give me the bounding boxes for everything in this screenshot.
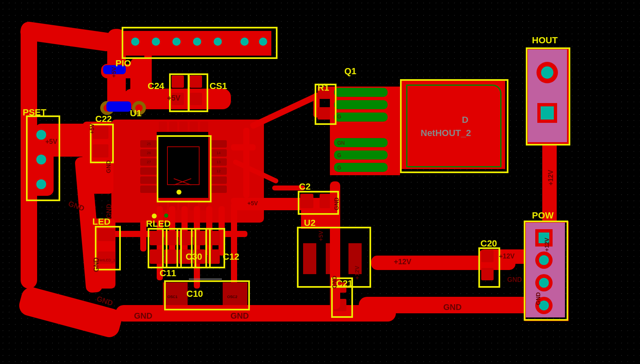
q1-pin [334,150,388,160]
pin-num: 13 [216,160,221,164]
via [164,214,168,218]
ic-side-pin [140,167,157,175]
silk-d [400,79,508,173]
net-5v: +5V [167,94,181,103]
net-12v: +12V [499,253,515,260]
ic-side-pin [210,176,227,184]
net-12v: +12V [394,258,412,266]
ic-side-pin [140,186,157,193]
net-5v: +5V [111,67,117,77]
net-gnd: GND [333,197,340,210]
pin-num: 12 [216,169,221,173]
label-c20: C20 [480,238,497,249]
via [176,190,181,195]
pin-num: 14 [216,151,221,155]
pset-pin[interactable] [32,175,50,193]
net-5v: +5V [89,124,95,134]
label-pio: PIO [115,58,131,69]
ic-side-pin [140,176,157,184]
pow-pin[interactable] [535,274,553,291]
pin-num: 26 [147,151,151,155]
net-gnd: GND [106,204,113,218]
label-u1: U1 [130,108,141,119]
label-c21: C21 [336,278,353,289]
q1-pin [334,88,388,97]
ic-pin [179,122,188,132]
label-c30: C30 [186,251,202,262]
silk-c24 [169,73,190,112]
pio-pin[interactable] [210,34,225,49]
net-5v: +5V [45,138,57,146]
q1-pin [334,113,388,122]
silk-line [186,309,235,310]
label-d: D [462,115,468,125]
q1-pin [334,163,388,172]
via [152,214,157,218]
pin-num: 27 [147,160,151,164]
pio-pin[interactable] [128,34,143,49]
label-c22: C22 [95,114,112,124]
ic-pin [169,122,177,132]
label-cs1: CS1 [209,81,227,92]
label-rled: RLED [146,218,171,229]
trace [249,93,319,130]
pio-pin[interactable] [237,34,252,49]
pio-pin[interactable] [169,34,184,49]
ic-pin [190,122,198,132]
net-gnd: GND [231,311,249,321]
hout-pin-sq[interactable] [537,103,557,123]
label-c12: C12 [223,251,239,262]
net-g: G [337,114,341,120]
ic-side-pin [210,186,227,193]
label-q1: Q1 [344,66,356,77]
silk-cs1 [188,73,208,112]
net-gnd: GND [134,311,152,321]
net-gnd: GND [93,257,100,272]
net-12v: +12V [354,266,360,279]
net-gn: GN [337,140,345,146]
net-gnd: GND [535,292,541,305]
hout-pin[interactable] [536,62,558,83]
net-gnd: GND [443,303,461,312]
pio-pin[interactable] [256,34,271,49]
gnd-trace [17,285,124,339]
gnd-trace [115,305,396,322]
trace [231,144,256,150]
pio-pin[interactable] [190,34,205,49]
label-c10: C10 [186,289,203,299]
label-c24: C24 [148,81,164,92]
trace [243,128,249,198]
silk-u1 [157,135,212,202]
ic-side-pin [210,140,227,148]
net-gnd: GND [331,276,338,289]
silk-c2 [298,191,339,215]
pow-pin[interactable] [535,251,553,269]
net-12v: +12V [544,238,550,251]
pcb-layout-view[interactable]: 25 26 27 14 13 12 OSC1 OSC2 [0,0,640,364]
pio-pin[interactable] [148,34,163,49]
silk-c20 [478,247,500,288]
net-g: G [337,153,341,158]
ic-pin [200,122,208,132]
pset-pin[interactable] [32,150,50,169]
label-pset: PSET [23,107,46,118]
ic-pin [159,122,167,132]
label-hout: HOUT [532,35,558,46]
label-c2: C2 [299,181,311,192]
q1-pin [334,100,388,109]
net-hout2: NetHOUT_2 [421,128,471,139]
silk-line [189,279,222,279]
label-u2: U2 [304,218,315,228]
net-gnd: GND [507,276,522,284]
trace [140,221,146,251]
label-pow: POW [532,210,554,221]
net-g: G [337,165,341,171]
net-12v: +12V [547,170,555,186]
net-gnd: GND [105,160,112,173]
label-c11: C11 [160,268,176,279]
net-5v: +5V [318,231,324,241]
pin-num: 25 [147,142,151,146]
net-5v: +5V [247,200,258,207]
silk-c12 [205,228,225,268]
label-r1: R1 [318,82,329,93]
